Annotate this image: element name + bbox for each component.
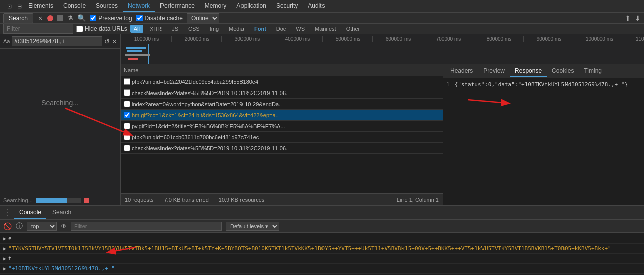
disable-cache-input[interactable] — [136, 15, 143, 21]
refresh-icon[interactable]: ↺ — [104, 38, 110, 45]
tab-audits[interactable]: Audits — [303, 0, 330, 12]
table-row[interactable]: index?area=0&word=python&startDate=2019-… — [121, 99, 443, 110]
import-icon[interactable]: ⬆ — [625, 14, 631, 22]
stop-button[interactable] — [57, 15, 63, 21]
console-line[interactable]: ▶ e — [0, 234, 644, 244]
row-checkbox-6[interactable] — [124, 145, 132, 151]
filter-ws[interactable]: WS — [292, 25, 308, 33]
tab-network[interactable]: Network — [123, 0, 155, 12]
tab-console[interactable]: Console — [58, 0, 91, 12]
table-response-split: Name ptbk?uniqid=bd2a20421fdc09c54aba299… — [121, 64, 644, 205]
line-column: Line 1, Column 1 — [397, 197, 439, 203]
top-tabs-bar: ⊡ ⊟ Elements Console Sources Network Per… — [0, 0, 644, 13]
timeline-bar-3 — [128, 58, 138, 60]
ruler-mark-2: 300000 ms — [221, 36, 272, 42]
preserve-log-input[interactable] — [90, 15, 96, 21]
console-line[interactable]: ▶ "TYKVS5TUVY5TV1VT5T0k1I5BkVY15B0YUK5TV… — [0, 244, 644, 254]
tab-timing[interactable]: Timing — [579, 65, 607, 77]
tab-preview[interactable]: Preview — [478, 65, 510, 77]
table-row[interactable]: ptbk?uniqid=601ccb03611d700bc6ef481d97c7… — [121, 132, 443, 143]
filter-js[interactable]: JS — [168, 25, 182, 33]
console-text: t — [8, 255, 641, 262]
tab-sources[interactable]: Sources — [91, 0, 123, 12]
response-tabs: Headers Preview Response Cookies Timing — [443, 64, 644, 78]
expand-icon[interactable]: ▶ — [3, 256, 6, 261]
console-toolbar: 🚫 ⓘ top 👁 Default levels ▾ — [0, 220, 644, 233]
drag-handle[interactable]: ⋮ — [3, 208, 11, 217]
row-checkbox-3[interactable] — [124, 112, 132, 118]
console-line[interactable]: ▶ t — [0, 254, 644, 264]
filter-font[interactable]: Font — [251, 25, 270, 33]
filter-img[interactable]: Img — [206, 25, 222, 33]
hide-data-urls-checkbox[interactable]: Hide data URLs — [76, 25, 127, 32]
console-filter-input[interactable] — [71, 222, 222, 231]
case-sensitive-btn[interactable]: Aa — [3, 38, 10, 44]
search-icon[interactable]: 🔍 — [77, 14, 86, 22]
filter-icon[interactable]: ⚗ — [67, 14, 73, 22]
info-icon[interactable]: ⓘ — [16, 222, 23, 231]
preserve-log-checkbox[interactable]: Preserve log — [90, 15, 132, 22]
ruler-mark-3: 400000 ms — [272, 36, 322, 42]
filter-manifest[interactable]: Manifest — [311, 25, 340, 33]
disable-cache-checkbox[interactable]: Disable cache — [136, 15, 183, 22]
tab-elements[interactable]: Elements — [23, 0, 58, 12]
timeline-ruler: 100000 ms 200000 ms 300000 ms 400000 ms … — [121, 34, 644, 44]
tab-console-bottom[interactable]: Console — [14, 207, 46, 219]
dock-bottom-icon[interactable]: ⊟ — [15, 2, 23, 10]
searching-text: Searching... — [41, 99, 79, 107]
bottom-console: ⋮ Console Search 🚫 ⓘ top 👁 Default level… — [0, 205, 644, 275]
filter-media[interactable]: Media — [225, 25, 248, 33]
stop-progress-btn[interactable] — [84, 198, 89, 203]
tab-response[interactable]: Response — [510, 65, 547, 77]
search-input[interactable] — [14, 38, 100, 45]
row-checkbox-1[interactable] — [124, 89, 132, 96]
block-icon[interactable]: 🚫 — [3, 222, 12, 230]
tab-performance[interactable]: Performance — [155, 0, 200, 12]
table-row-selected[interactable]: hm.gif?cc=1&ck=1&cl=24-bit&ds=1536x864&v… — [121, 110, 443, 121]
table-row[interactable]: checkNewsIndex?dates%5B%5D=2019-10-31%2C… — [121, 143, 443, 154]
throttle-select[interactable]: Online — [187, 13, 219, 23]
row-checkbox-0[interactable] — [124, 78, 132, 85]
filter-other[interactable]: Other — [343, 25, 364, 33]
timeline-bar-0 — [126, 47, 146, 49]
filter-input[interactable] — [3, 24, 73, 34]
expand-icon[interactable]: ▶ — [3, 246, 6, 251]
request-table[interactable]: ptbk?uniqid=bd2a20421fdc09c54aba299f5581… — [121, 76, 443, 193]
export-icon[interactable]: ⬇ — [635, 14, 641, 22]
filter-css[interactable]: CSS — [185, 25, 203, 33]
response-panel: Headers Preview Response Cookies Timing … — [443, 64, 644, 205]
table-row[interactable]: ptbk?uniqid=bd2a20421fdc09c54aba299f5581… — [121, 76, 443, 87]
expand-icon[interactable]: ▶ — [3, 236, 6, 241]
table-header: Name — [121, 64, 443, 76]
filter-all[interactable]: All — [130, 25, 143, 33]
row-checkbox-2[interactable] — [124, 101, 132, 107]
close-search-icon[interactable]: × — [37, 14, 43, 22]
filter-xhr[interactable]: XHR — [146, 25, 165, 33]
resource-size: 10.9 KB resources — [219, 197, 265, 203]
search-button[interactable]: Search — [3, 13, 33, 23]
dock-icon[interactable]: ⊡ — [5, 2, 13, 10]
ruler-mark-7: 800000 ms — [473, 36, 523, 42]
tab-security[interactable]: Security — [271, 0, 303, 12]
filter-doc[interactable]: Doc — [273, 25, 290, 33]
status-bar: 10 requests 7.0 KB transferred 10.9 KB r… — [121, 193, 443, 205]
console-line[interactable]: ▶ "+10BTKVtkUYL5Md3051269%478.,+-" — [0, 264, 644, 274]
line-number: 1 — [446, 81, 450, 88]
record-button[interactable] — [47, 15, 53, 21]
row-name-2: index?area=0&word=python&startDate=2019-… — [132, 101, 440, 107]
table-row[interactable]: pv.gif?id=1&tid=2&title=%E8%B6%8B%E5%8A%… — [121, 121, 443, 132]
tab-memory[interactable]: Memory — [200, 0, 231, 12]
context-select[interactable]: top — [27, 222, 57, 231]
table-row[interactable]: checkNewsIndex?dates%5B%5D=2019-10-31%2C… — [121, 87, 443, 99]
row-checkbox-4[interactable] — [124, 123, 132, 129]
eye-icon[interactable]: 👁 — [61, 223, 67, 230]
row-name-1: checkNewsIndex?dates%5B%5D=2019-10-31%2C… — [132, 90, 440, 96]
tab-headers[interactable]: Headers — [445, 65, 478, 77]
tab-cookies[interactable]: Cookies — [547, 65, 579, 77]
cancel-icon[interactable]: ✕ — [112, 38, 117, 45]
tab-search-bottom[interactable]: Search — [47, 207, 76, 219]
level-select[interactable]: Default levels ▾ — [226, 222, 279, 231]
row-checkbox-5[interactable] — [124, 134, 132, 140]
expand-icon[interactable]: ▶ — [3, 266, 6, 271]
tab-application[interactable]: Application — [231, 0, 271, 12]
